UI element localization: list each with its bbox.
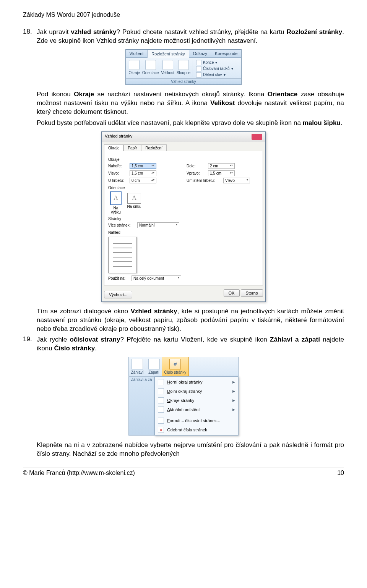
chevron-down-icon: ▾ [231, 66, 233, 71]
item-number: 19. [23, 335, 37, 353]
dialog-tab-margins[interactable]: Okraje [104, 144, 123, 151]
page-number-menu: Horní okraj stránky▶Dolní okraj stránky▶… [154, 376, 239, 436]
list-item-19: 19. Jak rychle očíslovat strany? Přejdět… [23, 335, 344, 353]
ribbon-button-breaks[interactable]: Konce ▾ [196, 60, 233, 65]
ribbon-group-label: Záhlaví a zá [128, 376, 154, 436]
ribbon-tab-active[interactable]: Rozložení stránky [147, 50, 189, 58]
default-button[interactable]: Výchozí... [104, 291, 132, 298]
ribbon-button-orientation[interactable]: Orientace [142, 60, 159, 78]
paragraph: Pod ikonou Okraje se nachází nastavení n… [37, 90, 344, 117]
group-label: Stránky [108, 217, 259, 221]
paragraph: Pokud byste potřebovali udělat více nast… [37, 119, 344, 128]
ribbon-button-header[interactable]: Záhlaví [129, 357, 146, 376]
dialog-titlebar: Vzhled stránky [102, 132, 265, 142]
page-number-icon [169, 359, 181, 369]
field-label: U hřbetu: [108, 178, 127, 183]
ribbon-button-footer[interactable]: Zápatí [146, 357, 162, 376]
spinner-icon[interactable]: ▴▾ [151, 178, 154, 183]
footer-icon [148, 359, 160, 369]
menu-item-label: Formát – číslování stránek... [167, 418, 220, 423]
size-icon [162, 60, 173, 70]
chevron-down-icon: ▾ [224, 73, 226, 77]
close-icon[interactable] [252, 134, 262, 140]
orientation-portrait[interactable]: ANa výšku [108, 191, 123, 214]
ok-button[interactable]: OK [224, 289, 240, 297]
field-label: Umístění hřbetu: [187, 178, 221, 183]
ribbon-button-size[interactable]: Velikost [161, 60, 174, 78]
menu-item[interactable]: Dolní okraj stránky▶ [156, 387, 237, 396]
page-icon [158, 379, 164, 385]
spinner-icon[interactable]: ▴▾ [230, 164, 233, 168]
bottom-margin-input[interactable]: 2 cm▴▾ [208, 163, 235, 169]
chevron-down-icon[interactable]: ▾ [247, 178, 248, 183]
ribbon-button-hyphenation[interactable]: Dělení slov ▾ [196, 72, 233, 78]
cancel-button[interactable]: Storno [241, 289, 263, 297]
menu-item[interactable]: Odebrat čísla stránek [156, 425, 237, 434]
menu-item[interactable]: Formát – číslování stránek... [156, 416, 237, 425]
ribbon-tab[interactable]: Koresponde [211, 50, 241, 57]
spinner-icon[interactable]: ▴▾ [230, 171, 233, 175]
preview-icon [108, 237, 137, 273]
ribbon-button-margins[interactable]: Okraje [129, 60, 140, 78]
footer-copyright: © Marie Franců (http://www.m-skoleni.cz) [23, 470, 135, 476]
menu-item[interactable]: Okraje stránky▶ [156, 396, 237, 405]
submenu-arrow-icon: ▶ [232, 380, 235, 384]
menu-item-label: Horní okraj stránky [167, 380, 202, 384]
page-setup-dialog: Vzhled stránky Okraje Papír Rozložení Ok… [101, 131, 266, 302]
ribbon-tabs: Vložení Rozložení stránky Odkazy Korespo… [126, 50, 242, 58]
doc-title: Základy MS Wordu 2007 jednoduše [23, 11, 120, 18]
paragraph: Tím se zobrazí dialogové okno Vzhled str… [37, 307, 344, 334]
figure-ribbon: Vložení Rozložení stránky Odkazy Korespo… [23, 49, 344, 85]
group-label: Orientace [108, 186, 259, 190]
field-label: Nahoře: [108, 164, 127, 168]
menu-item[interactable]: Horní okraj stránky▶ [156, 377, 237, 387]
page-icon [158, 388, 164, 394]
dialog-tab-paper[interactable]: Papír [123, 144, 141, 151]
dialog-tab-layout[interactable]: Rozložení [141, 144, 166, 151]
item-text: Jak rychle očíslovat strany? Přejděte na… [37, 335, 344, 353]
submenu-arrow-icon: ▶ [232, 398, 235, 402]
right-margin-input[interactable]: 1,5 cm▴▾ [208, 170, 235, 176]
left-margin-input[interactable]: 1,5 cm▴▾ [130, 170, 156, 176]
menu-item[interactable]: Aktuální umístění▶ [156, 405, 237, 414]
hyphenation-icon [196, 72, 201, 78]
spinner-icon[interactable]: ▴▾ [151, 171, 154, 175]
gutter-position-select[interactable]: Vlevo▾ [223, 178, 250, 183]
chevron-down-icon: ▾ [215, 60, 217, 65]
chevron-down-icon[interactable]: ▾ [176, 223, 177, 227]
ribbon-button-line-numbers[interactable]: Číslování řádků ▾ [196, 66, 233, 71]
paragraph: Klepněte na ni a v zobrazené nabídce vyb… [37, 441, 344, 458]
figure-header-footer: Záhlaví Zápatí Číslo stránky Záhlaví a z… [23, 357, 344, 436]
ribbon-button-page-number[interactable]: Číslo stránky [162, 357, 189, 376]
gutter-input[interactable]: 0 cm▴▾ [130, 178, 156, 183]
apply-to-select[interactable]: Na celý dokument▾ [132, 275, 181, 281]
submenu-arrow-icon: ▶ [232, 389, 235, 393]
footer-page-number: 10 [337, 470, 344, 476]
page-footer: © Marie Franců (http://www.m-skoleni.cz)… [23, 468, 344, 476]
field-label: Vpravo: [187, 171, 206, 175]
field-label: Více stránek: [108, 223, 135, 227]
chevron-down-icon[interactable]: ▾ [178, 276, 179, 280]
page-icon [158, 418, 164, 424]
item-text: Jak upravit vzhled stránky? Pokud chcete… [37, 28, 344, 45]
orientation-icon [145, 60, 156, 70]
menu-separator [157, 415, 236, 415]
multiple-pages-select[interactable]: Normální▾ [137, 222, 179, 228]
field-label: Dole: [187, 164, 206, 168]
spinner-icon[interactable]: ▴▾ [151, 164, 154, 168]
menu-item-label: Okraje stránky [167, 398, 194, 403]
ribbon-button-columns[interactable]: Sloupce [177, 60, 190, 78]
page-header: Základy MS Wordu 2007 jednoduše [23, 11, 344, 20]
top-margin-input[interactable]: 1,5 cm▴▾ [130, 163, 156, 169]
line-numbers-icon [196, 66, 201, 71]
dialog-tabs: Okraje Papír Rozložení [102, 142, 265, 151]
field-label: Vlevo: [108, 171, 127, 175]
group-label: Náhled [108, 230, 259, 235]
breaks-icon [196, 60, 201, 65]
ribbon-group-label: Vzhled stránky [126, 78, 242, 84]
orientation-landscape[interactable]: ANa šířku [127, 191, 142, 214]
page-icon [158, 407, 164, 413]
ribbon-tab[interactable]: Odkazy [189, 50, 211, 57]
ribbon-tab[interactable]: Vložení [126, 50, 148, 57]
margins-icon [129, 60, 140, 70]
